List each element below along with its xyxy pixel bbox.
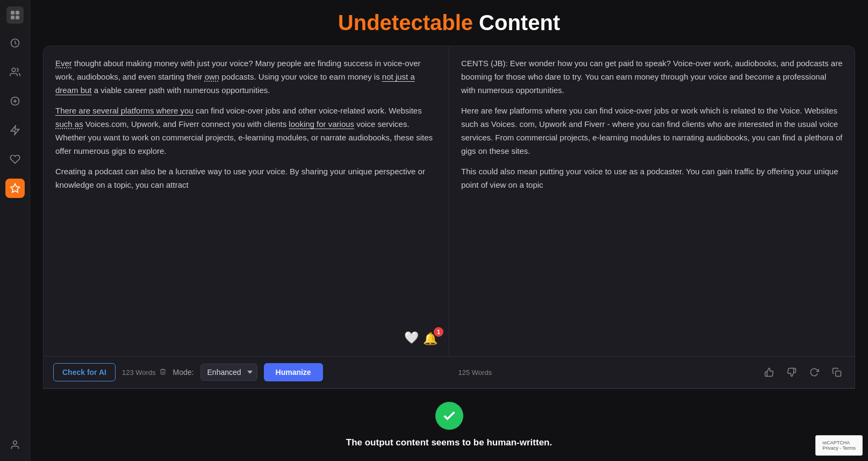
toolbar-left: Check for AI 123 Words Mode: Enhanced: [53, 363, 440, 381]
sidebar: [0, 0, 30, 461]
left-para-3: Creating a podcast can also be a lucrati…: [55, 165, 437, 192]
right-word-count: 125 Words: [458, 368, 492, 377]
heart-icon: 🤍: [404, 328, 419, 347]
right-para-2: Here are few platforms where you can fin…: [461, 104, 843, 158]
copy-icon[interactable]: [829, 364, 845, 380]
page-title: Undetectable Content: [43, 11, 855, 35]
main-content: Undetectable Content Ever thought about …: [30, 0, 868, 461]
svg-rect-1: [16, 11, 19, 15]
trash-icon[interactable]: [159, 368, 167, 377]
refresh-icon[interactable]: [806, 364, 822, 380]
input-panel[interactable]: Ever thought about making money with jus…: [44, 46, 449, 356]
bell-badge[interactable]: 🔔 1: [423, 329, 440, 346]
sidebar-item-history[interactable]: [5, 33, 25, 53]
panel-icons: 🤍 🔔 1: [404, 328, 440, 347]
left-word-count: 123 Words: [122, 368, 167, 377]
svg-rect-0: [11, 11, 15, 15]
right-para-3: This could also mean putting your voice …: [461, 165, 843, 192]
svg-marker-10: [10, 184, 19, 193]
bell-count: 1: [434, 327, 443, 337]
recaptcha-links: Privacy - Terms: [822, 445, 856, 451]
panels-row: Ever thought about making money with jus…: [44, 46, 855, 356]
sidebar-item-add[interactable]: [5, 91, 25, 111]
output-panel[interactable]: CENTS (JB): Ever wonder how you can get …: [449, 46, 855, 356]
sidebar-item-users[interactable]: [5, 62, 25, 82]
sidebar-item-magic[interactable]: [5, 179, 25, 198]
svg-point-11: [13, 441, 17, 445]
thumbs-down-icon[interactable]: [784, 364, 800, 380]
toolbar: Check for AI 123 Words Mode: Enhanced: [44, 356, 855, 388]
left-para-2: There are several platforms where you ca…: [55, 104, 437, 158]
sidebar-logo[interactable]: [6, 6, 24, 24]
toolbar-actions: [761, 364, 845, 380]
result-section: The output content seems to be human-wri…: [43, 388, 855, 461]
recaptcha-widget: reCAPTCHA Privacy - Terms: [815, 435, 863, 456]
svg-rect-2: [11, 16, 15, 19]
check-ai-button[interactable]: Check for AI: [53, 363, 116, 381]
result-message: The output content seems to be human-wri…: [346, 437, 552, 448]
panels-container: Ever thought about making money with jus…: [43, 46, 855, 388]
check-circle: [435, 402, 463, 430]
mode-label: Mode:: [173, 368, 194, 377]
sidebar-item-reports[interactable]: [5, 150, 25, 169]
right-para-1: CENTS (JB): Ever wonder how you can get …: [461, 57, 843, 97]
svg-point-5: [12, 68, 16, 72]
sidebar-item-analytics[interactable]: [5, 120, 25, 140]
left-para-1: Ever thought about making money with jus…: [55, 57, 437, 97]
humanize-button[interactable]: Humanize: [264, 363, 323, 381]
sidebar-item-user-avatar[interactable]: [5, 435, 25, 455]
svg-rect-3: [16, 16, 19, 19]
mode-dropdown[interactable]: Enhanced Standard Creative Formal: [200, 364, 257, 381]
svg-rect-12: [836, 371, 841, 377]
svg-marker-9: [11, 126, 19, 135]
toolbar-right: 125 Words: [448, 364, 845, 380]
thumbs-up-icon[interactable]: [761, 364, 777, 380]
recaptcha-text: reCAPTCHA: [822, 440, 856, 445]
